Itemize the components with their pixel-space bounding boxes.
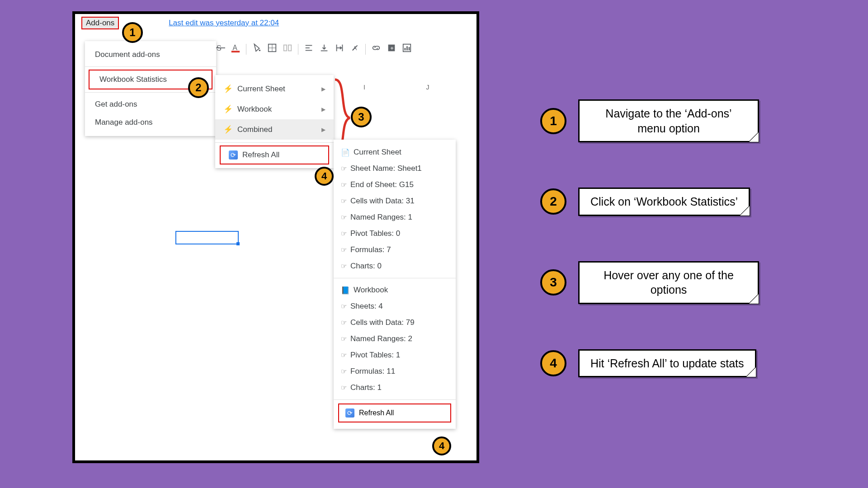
stat-label: Named Ranges: 1 xyxy=(350,213,412,222)
fill-color-icon[interactable] xyxy=(252,43,262,55)
workbook-item[interactable]: ⚡ Workbook ▶ xyxy=(215,99,334,119)
stat-row[interactable]: ☞Sheets: 4 xyxy=(334,298,456,314)
last-edit-link[interactable]: Last edit was yesterday at 22:04 xyxy=(169,19,279,28)
screenshot-frame: Add-ons Last edit was yesterday at 22:04… xyxy=(72,11,479,463)
link-icon[interactable] xyxy=(371,43,381,55)
current-sheet-header: 📄Current Sheet xyxy=(334,144,456,160)
strikethrough-icon[interactable]: S xyxy=(215,43,225,55)
toolbar: S A A + xyxy=(215,43,412,55)
stat-label: Sheet Name: Sheet1 xyxy=(350,164,422,173)
stat-label: Cells with Data: 31 xyxy=(350,197,415,206)
stat-label: Pivot Tables: 0 xyxy=(350,229,400,238)
get-addons-item[interactable]: Get add-ons xyxy=(85,95,216,113)
pointer-icon: ☞ xyxy=(341,181,347,189)
col-header-j[interactable]: J xyxy=(396,84,459,94)
pointer-icon: ☞ xyxy=(341,335,347,343)
bolt-icon: ⚡ xyxy=(223,104,233,114)
stat-row[interactable]: ☞Named Ranges: 2 xyxy=(334,331,456,347)
chart-icon[interactable] xyxy=(402,43,412,55)
refresh-icon: ⟳ xyxy=(345,408,354,418)
stat-label: Cells with Data: 79 xyxy=(350,318,415,327)
stat-row[interactable]: ☞Charts: 1 xyxy=(334,380,456,396)
chevron-right-icon: ▶ xyxy=(321,106,326,113)
legend-badge-4: 4 xyxy=(540,350,566,376)
pointer-icon: ☞ xyxy=(341,302,347,310)
legend-row-2: 2 Click on ‘Workbook Statistics’ xyxy=(540,188,759,216)
pointer-icon: ☞ xyxy=(341,367,347,375)
stat-row[interactable]: ☞Named Ranges: 1 xyxy=(334,209,456,225)
menu-label: Workbook xyxy=(237,105,272,114)
header-label: Workbook xyxy=(354,286,388,295)
stat-row[interactable]: ☞Pivot Tables: 0 xyxy=(334,225,456,242)
svg-text:+: + xyxy=(390,45,394,52)
svg-point-4 xyxy=(259,50,261,52)
stat-label: Pivot Tables: 1 xyxy=(350,351,400,360)
callout-badge-4b: 4 xyxy=(432,436,451,455)
pointer-icon: ☞ xyxy=(341,246,347,254)
stat-label: Formulas: 11 xyxy=(350,367,395,376)
combined-item[interactable]: ⚡ Combined ▶ xyxy=(215,119,334,140)
stat-label: Named Ranges: 2 xyxy=(350,334,412,343)
column-headers: I J xyxy=(333,84,477,94)
legend-row-4: 4 Hit ‘Refresh All’ to update stats xyxy=(540,349,759,378)
addons-menu[interactable]: Add-ons xyxy=(81,17,119,29)
workbook-icon: 📘 xyxy=(341,286,350,295)
pointer-icon: ☞ xyxy=(341,351,347,359)
selected-cell[interactable] xyxy=(175,231,239,244)
refresh-all-item[interactable]: ⟳ Refresh All xyxy=(338,404,451,422)
workbook-statistics-submenu: ⚡ Current Sheet ▶ ⚡ Workbook ▶ ⚡ Combine… xyxy=(215,75,334,168)
comment-icon[interactable]: + xyxy=(387,43,396,55)
text-color-icon[interactable]: A xyxy=(231,43,241,55)
stat-label: Charts: 1 xyxy=(350,383,382,392)
manage-addons-item[interactable]: Manage add-ons xyxy=(85,113,216,131)
callout-badge-1: 1 xyxy=(122,22,143,43)
stat-row[interactable]: ☞Sheet Name: Sheet1 xyxy=(334,160,456,177)
document-addons-item[interactable]: Document add-ons xyxy=(85,46,216,64)
stat-row[interactable]: ☞Charts: 0 xyxy=(334,258,456,274)
stat-row[interactable]: ☞Pivot Tables: 1 xyxy=(334,347,456,363)
combined-stats-submenu: 📄Current Sheet ☞Sheet Name: Sheet1 ☞End … xyxy=(334,140,456,429)
borders-icon[interactable] xyxy=(267,43,277,55)
stat-row[interactable]: ☞Formulas: 7 xyxy=(334,242,456,258)
pointer-icon: ☞ xyxy=(341,164,347,173)
stat-row[interactable]: ☞Cells with Data: 79 xyxy=(334,314,456,331)
legend-note-2: Click on ‘Workbook Statistics’ xyxy=(578,188,750,216)
toolbar-separator xyxy=(246,44,246,55)
callout-badge-4a: 4 xyxy=(315,167,334,186)
svg-rect-20 xyxy=(405,48,406,51)
toolbar-separator xyxy=(298,44,298,55)
header-label: Current Sheet xyxy=(354,148,401,157)
pointer-icon: ☞ xyxy=(341,230,347,238)
pointer-icon: ☞ xyxy=(341,319,347,327)
legend-note-1: Navigate to the ‘Add-ons’ menu option xyxy=(578,99,759,142)
svg-rect-3 xyxy=(231,51,240,52)
wrap-icon[interactable] xyxy=(335,43,344,55)
callout-badge-2: 2 xyxy=(188,77,209,98)
stat-label: Sheets: 4 xyxy=(350,302,383,311)
svg-rect-22 xyxy=(409,47,410,50)
callout-badge-3: 3 xyxy=(351,107,372,127)
legend-panel: 1 Navigate to the ‘Add-ons’ menu option … xyxy=(540,99,759,377)
svg-rect-21 xyxy=(406,46,408,50)
toolbar-separator xyxy=(365,44,366,55)
svg-text:A: A xyxy=(353,45,357,52)
current-sheet-item[interactable]: ⚡ Current Sheet ▶ xyxy=(215,79,334,99)
stat-row[interactable]: ☞End of Sheet: G15 xyxy=(334,177,456,193)
col-header-i[interactable]: I xyxy=(333,84,396,94)
legend-badge-3: 3 xyxy=(540,269,566,296)
menu-divider xyxy=(85,66,216,67)
menu-divider xyxy=(215,142,334,143)
refresh-all-item[interactable]: ⟳ Refresh All xyxy=(220,145,329,164)
halign-icon[interactable] xyxy=(304,43,314,55)
stat-row[interactable]: ☞Cells with Data: 31 xyxy=(334,193,456,209)
workbook-header: 📘Workbook xyxy=(334,282,456,298)
valign-icon[interactable] xyxy=(319,43,329,55)
menu-label: Combined xyxy=(237,125,273,134)
stat-label: End of Sheet: G15 xyxy=(350,180,414,189)
menu-divider xyxy=(334,399,456,400)
stat-row[interactable]: ☞Formulas: 11 xyxy=(334,363,456,380)
pointer-icon: ☞ xyxy=(341,213,347,221)
merge-cells-icon[interactable] xyxy=(283,43,292,55)
rotate-icon[interactable]: A xyxy=(350,43,360,55)
legend-row-1: 1 Navigate to the ‘Add-ons’ menu option xyxy=(540,99,759,142)
